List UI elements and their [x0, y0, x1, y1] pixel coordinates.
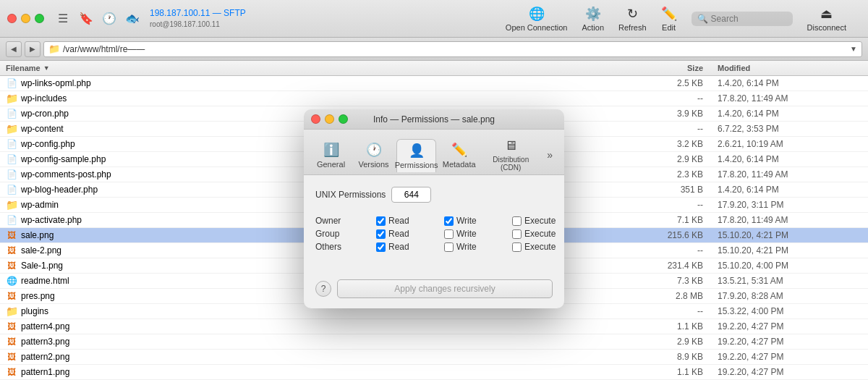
php-file-icon: 📄 [6, 77, 17, 89]
tabs-more-icon[interactable]: » [542, 146, 557, 164]
others-read-checkbox[interactable] [376, 242, 386, 252]
file-modified: 17.8.20, 11:49 AM [718, 169, 862, 180]
modal-titlebar: Info — Permissions — sale.png [304, 109, 564, 130]
modal-close-button[interactable] [311, 114, 320, 124]
help-icon: ? [321, 284, 326, 294]
folder-icon: 📁 [6, 199, 17, 211]
table-row[interactable]: 🖼 pattern2.png 8.9 KB 19.2.20, 4:27 PM [0, 350, 868, 365]
file-modified: 1.4.20, 6:14 PM [718, 154, 862, 164]
history-button[interactable]: 🕐 [99, 9, 119, 29]
file-name: sale.png [21, 230, 54, 240]
others-execute-cell: Execute [512, 242, 564, 252]
file-size: 215.6 KB [645, 230, 718, 240]
file-size: -- [645, 306, 718, 316]
minimize-button[interactable] [21, 14, 30, 23]
path-dropdown-icon[interactable]: ▼ [850, 45, 857, 53]
transfer-button[interactable]: 🐟 [122, 9, 142, 29]
file-modified: 17.8.20, 11:49 AM [718, 215, 862, 225]
refresh-label: Refresh [618, 23, 647, 32]
apply-button[interactable]: Apply changes recursively [337, 279, 553, 298]
tab-general[interactable]: ℹ️ General [311, 139, 351, 172]
search-bar[interactable]: 🔍 [692, 12, 793, 26]
disconnect-action[interactable]: ⏏ Disconnect [807, 6, 846, 32]
file-name: pattern4.png [21, 321, 69, 332]
search-input[interactable] [711, 14, 787, 24]
image-file-icon: 🖼 [6, 321, 17, 332]
help-button[interactable]: ? [315, 281, 331, 297]
file-name: pattern2.png [21, 352, 69, 362]
file-name: wp-activate.php [21, 215, 82, 225]
table-row[interactable]: 📁 wp-includes -- 17.8.20, 11:49 AM [0, 91, 868, 106]
image-file-icon: 🖼 [6, 366, 17, 378]
filename-cell: 🖼 pattern3.png [6, 336, 645, 347]
connection-host: 198.187.100.11 — SFTP [150, 8, 246, 20]
group-write-checkbox[interactable] [444, 229, 454, 239]
action-action[interactable]: ⚙️ Action [582, 6, 604, 32]
group-execute-cell: Execute [512, 229, 564, 239]
file-name: wp-blog-header.php [21, 185, 98, 195]
modal-minimize-button[interactable] [325, 114, 334, 124]
connection-info: 198.187.100.11 — SFTP root@198.187.100.1… [150, 8, 246, 29]
owner-write-checkbox[interactable] [444, 216, 454, 226]
file-size: 8.9 KB [645, 352, 718, 362]
group-read-checkbox[interactable] [376, 229, 386, 239]
table-row[interactable]: 🖼 pattern3.png 2.9 KB 19.2.20, 4:27 PM [0, 334, 868, 350]
sort-icon: ▼ [43, 64, 50, 72]
maximize-button[interactable] [35, 14, 44, 23]
modal-footer: ? Apply changes recursively [304, 274, 564, 308]
column-size: Size [645, 64, 718, 72]
permissions-grid: Owner Read Write Execute Group Read [315, 213, 553, 252]
unix-permissions-input[interactable] [391, 187, 431, 203]
refresh-action[interactable]: ↻ Refresh [618, 6, 647, 32]
file-size: -- [645, 200, 718, 210]
bookmark-button[interactable]: 🔖 [76, 9, 96, 29]
distribution-tab-icon: 🖥 [504, 138, 517, 153]
edit-action[interactable]: ✏️ Edit [661, 6, 677, 32]
modal-maximize-button[interactable] [339, 114, 348, 124]
permissions-modal: Info — Permissions — sale.png ℹ️ General… [304, 109, 564, 308]
file-size: 2.9 KB [645, 154, 718, 164]
table-row[interactable]: 📄 wp-links-opml.php 2.5 KB 1.4.20, 6:14 … [0, 76, 868, 91]
file-name: pattern1.png [21, 367, 69, 377]
file-size: 351 B [645, 185, 718, 195]
group-label: Group [315, 229, 373, 239]
file-modified: 17.8.20, 11:49 AM [718, 93, 862, 104]
window-controls [7, 14, 44, 23]
forward-button[interactable]: ▶ [25, 41, 41, 57]
open-connection-icon: 🌐 [529, 6, 545, 22]
others-write-checkbox[interactable] [444, 242, 454, 252]
others-write-cell: Write [444, 242, 509, 252]
owner-read-checkbox[interactable] [376, 216, 386, 226]
close-button[interactable] [7, 14, 17, 23]
general-tab-icon: ℹ️ [323, 142, 339, 158]
titlebar: ☰ 🔖 🕐 🐟 198.187.100.11 — SFTP root@198.1… [0, 0, 868, 38]
file-name: wp-includes [21, 93, 67, 104]
back-button[interactable]: ◀ [6, 41, 22, 57]
group-read-label: Read [388, 229, 409, 239]
others-execute-label: Execute [524, 242, 556, 252]
others-read-label: Read [388, 242, 409, 252]
tab-versions[interactable]: 🕐 Versions [354, 139, 393, 172]
file-modified: 6.7.22, 3:53 PM [718, 124, 862, 134]
file-modified: 13.5.21, 5:31 AM [718, 276, 862, 286]
path-bar[interactable]: 📁 /var/www/html/re—— ▼ [43, 41, 862, 57]
open-connection-action[interactable]: 🌐 Open Connection [506, 6, 568, 32]
filename-cell: 🖼 pattern2.png [6, 351, 645, 363]
sidebar-toggle-button[interactable]: ☰ [53, 9, 73, 29]
file-size: 2.8 MB [645, 291, 718, 301]
group-write-cell: Write [444, 229, 509, 239]
group-read-cell: Read [376, 229, 441, 239]
group-execute-checkbox[interactable] [512, 229, 522, 239]
table-row[interactable]: 🖼 pattern4.png 1.1 KB 19.2.20, 4:27 PM [0, 319, 868, 334]
others-execute-checkbox[interactable] [512, 242, 522, 252]
tab-permissions[interactable]: 👤 Permissions [396, 139, 436, 172]
file-modified: 17.9.20, 3:11 PM [718, 200, 862, 210]
php-file-icon: 📄 [6, 108, 17, 119]
tab-distribution[interactable]: 🖥 Distribution (CDN) [482, 135, 540, 174]
table-row[interactable]: 🖼 pattern1.png 1.1 KB 19.2.20, 4:27 PM [0, 365, 868, 380]
folder-icon: 📁 [6, 93, 17, 104]
toolbar-actions: 🌐 Open Connection ⚙️ Action ↻ Refresh ✏️… [506, 6, 846, 32]
tab-metadata[interactable]: ✏️ Metadata [439, 139, 479, 172]
php-file-icon: 📄 [6, 214, 17, 226]
owner-execute-checkbox[interactable] [512, 216, 522, 226]
